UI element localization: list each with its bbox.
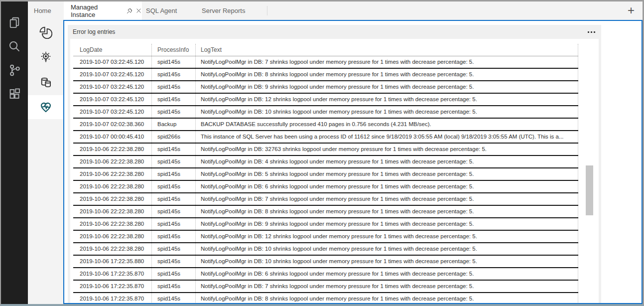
log-date-cell: 2019-10-07 03:22:45.120: [73, 81, 151, 93]
tab-sql-agent[interactable]: SQL Agent: [142, 1, 194, 20]
log-date-cell: 2019-10-06 22:22:38.280: [73, 243, 151, 255]
extensions-button[interactable]: [1, 82, 28, 106]
source-control-button[interactable]: [1, 58, 28, 82]
tab-home[interactable]: Home: [28, 1, 64, 20]
sidebar-item-databases[interactable]: [28, 70, 63, 94]
widget-header: Error log entries: [68, 25, 601, 39]
lightbulb-icon: [39, 51, 52, 64]
source-control-icon: [8, 64, 21, 77]
log-table-body: 2019-10-07 03:22:45.120spid145sNotifyLog…: [73, 56, 578, 303]
table-row[interactable]: 2019-10-07 02:02:38.360BackupBACKUP DATA…: [73, 119, 578, 131]
process-info-cell: spid145s: [151, 106, 195, 118]
tab-managed-instance-label: Managed Instance: [71, 3, 123, 18]
table-row[interactable]: 2019-10-07 03:22:45.120spid145sNotifyLog…: [73, 69, 578, 81]
process-info-cell: spid145s: [151, 231, 195, 242]
sidebar-item-insights[interactable]: [28, 45, 63, 69]
process-info-cell: spid145s: [151, 218, 195, 230]
table-row[interactable]: 2019-10-06 22:22:38.280spid145sNotifyLog…: [73, 243, 578, 256]
process-info-cell: spid145s: [151, 81, 195, 93]
log-date-cell: 2019-10-06 22:22:38.280: [73, 193, 151, 205]
log-text-cell: NotifyLogPoolMgr in DB: 8 shrinks logpoo…: [195, 69, 578, 80]
log-text-cell: NotifyLogPoolMgr in DB: 12 shrinks logpo…: [195, 231, 578, 242]
table-row[interactable]: 2019-10-06 22:22:38.280spid145sNotifyLog…: [73, 193, 578, 206]
table-row[interactable]: 2019-10-06 17:22:35.880spid145sNotifyLog…: [73, 256, 578, 268]
vertical-scrollbar-thumb[interactable]: [586, 165, 593, 215]
table-row[interactable]: 2019-10-06 17:22:35.870spid145sNotifyLog…: [73, 281, 578, 293]
tab-managed-instance[interactable]: Managed Instance: [64, 1, 142, 20]
table-row[interactable]: 2019-10-06 17:22:35.870spid145sNotifyLog…: [73, 268, 578, 281]
tab-server-reports[interactable]: Server Reports: [194, 1, 267, 20]
table-row[interactable]: 2019-10-06 17:22:35.870spid145sNotifyLog…: [73, 293, 578, 303]
table-row[interactable]: 2019-10-06 22:22:38.280spid145sNotifyLog…: [73, 206, 578, 218]
log-text-cell: BACKUP DATABASE successfully processed 4…: [195, 119, 578, 130]
table-row[interactable]: 2019-10-06 22:22:38.280spid145sNotifyLog…: [73, 168, 578, 181]
explorer-button[interactable]: [1, 10, 28, 34]
log-date-cell: 2019-10-06 22:22:38.280: [73, 144, 151, 155]
table-row[interactable]: 2019-10-06 22:22:38.280spid145sNotifyLog…: [73, 144, 578, 156]
sidebar-item-dashboard[interactable]: [28, 20, 63, 44]
log-text-cell: NotifyLogPoolMgr in DB: 8 shrinks logpoo…: [195, 206, 578, 217]
log-text-cell: NotifyLogPoolMgr in DB: 10 shrinks logpo…: [195, 243, 578, 255]
table-row[interactable]: 2019-10-06 22:22:38.280spid145sNotifyLog…: [73, 218, 578, 231]
app-window: Home Managed Instance SQL Agent Server R…: [0, 0, 644, 306]
log-text-cell: NotifyLogPoolMgr in DB: 5 shrinks logpoo…: [195, 168, 578, 180]
tab-server-reports-label: Server Reports: [202, 7, 245, 14]
table-row[interactable]: 2019-10-07 03:22:45.120spid145sNotifyLog…: [73, 56, 578, 69]
log-date-cell: 2019-10-06 17:22:35.870: [73, 281, 151, 292]
table-row[interactable]: 2019-10-06 22:22:38.280spid145sNotifyLog…: [73, 156, 578, 168]
log-date-cell: 2019-10-07 03:22:45.120: [73, 69, 151, 80]
log-date-cell: 2019-10-07 00:00:45.410: [73, 131, 151, 143]
log-text-cell: NotifyLogPoolMgr in DB: 10 shrinks logpo…: [195, 106, 578, 118]
table-row[interactable]: 2019-10-07 00:00:45.410spid266sThis inst…: [73, 131, 578, 144]
search-icon: [8, 40, 21, 53]
column-header-logtext[interactable]: LogText: [195, 44, 578, 56]
process-info-cell: spid145s: [151, 268, 195, 280]
process-info-cell: spid145s: [151, 56, 195, 68]
table-row[interactable]: 2019-10-06 22:22:38.280spid145sNotifyLog…: [73, 181, 578, 193]
files-icon: [8, 16, 21, 29]
process-info-cell: spid145s: [151, 256, 195, 267]
log-date-cell: 2019-10-06 17:22:35.870: [73, 293, 151, 303]
log-date-cell: 2019-10-07 03:22:45.120: [73, 94, 151, 105]
table-header-row: LogDate ProcessInfo LogText: [73, 44, 578, 56]
tab-sql-agent-label: SQL Agent: [146, 7, 177, 14]
log-text-cell: NotifyLogPoolMgr in DB: 10 shrinks logpo…: [195, 256, 578, 267]
pie-chart-icon: [39, 26, 52, 39]
process-info-cell: spid266s: [151, 131, 195, 143]
process-info-cell: spid145s: [151, 181, 195, 192]
column-header-processinfo[interactable]: ProcessInfo: [151, 44, 195, 56]
databases-icon: [39, 76, 52, 89]
tab-home-label: Home: [34, 7, 51, 14]
log-text-cell: NotifyLogPoolMgr in DB: 32763 shrinks lo…: [195, 144, 578, 155]
column-header-logdate[interactable]: LogDate: [73, 44, 151, 56]
log-date-cell: 2019-10-06 22:22:38.280: [73, 231, 151, 242]
process-info-cell: Backup: [151, 119, 195, 130]
sidebar-item-server-health[interactable]: [28, 95, 63, 119]
table-row[interactable]: 2019-10-07 03:22:45.120spid145sNotifyLog…: [73, 106, 578, 119]
table-row[interactable]: 2019-10-07 03:22:45.120spid145sNotifyLog…: [73, 94, 578, 106]
process-info-cell: spid145s: [151, 156, 195, 167]
process-info-cell: spid145s: [151, 206, 195, 217]
table-row[interactable]: 2019-10-06 22:22:38.280spid145sNotifyLog…: [73, 231, 578, 243]
log-text-cell: NotifyLogPoolMgr in DB: 4 shrinks logpoo…: [195, 156, 578, 167]
widget-body: LogDate ProcessInfo LogText 2019-10-07 0…: [70, 39, 599, 303]
process-info-cell: spid145s: [151, 193, 195, 205]
process-info-cell: spid145s: [151, 94, 195, 105]
log-date-cell: 2019-10-06 17:22:35.870: [73, 268, 151, 280]
table-row[interactable]: 2019-10-07 03:22:45.120spid145sNotifyLog…: [73, 81, 578, 94]
search-button[interactable]: [1, 34, 28, 58]
pin-icon[interactable]: [126, 7, 133, 14]
process-info-cell: spid145s: [151, 293, 195, 303]
new-tab-button[interactable]: +: [624, 4, 638, 18]
log-text-cell: NotifyLogPoolMgr in DB: 7 shrinks logpoo…: [195, 281, 578, 292]
process-info-cell: spid145s: [151, 243, 195, 255]
log-date-cell: 2019-10-07 03:22:45.120: [73, 56, 151, 68]
log-date-cell: 2019-10-07 03:22:45.120: [73, 106, 151, 118]
process-info-cell: spid145s: [151, 144, 195, 155]
log-text-cell: NotifyLogPoolMgr in DB: 6 shrinks logpoo…: [195, 181, 578, 192]
ellipsis-icon[interactable]: [588, 29, 595, 35]
process-info-cell: spid145s: [151, 69, 195, 80]
log-date-cell: 2019-10-06 22:22:38.280: [73, 168, 151, 180]
close-icon[interactable]: [135, 7, 142, 14]
log-text-cell: NotifyLogPoolMgr in DB: 9 shrinks logpoo…: [195, 81, 578, 93]
